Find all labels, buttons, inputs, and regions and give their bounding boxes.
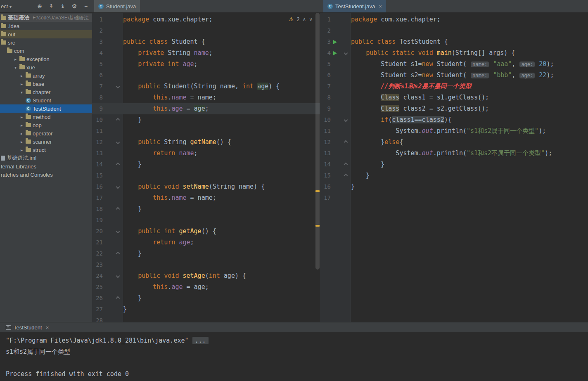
close-icon[interactable]: × <box>46 324 49 331</box>
code-text[interactable]: public void setAge(int age) { <box>123 270 320 282</box>
line-number[interactable]: 14 <box>320 159 331 170</box>
code-text[interactable]: public int getAge() { <box>123 226 320 237</box>
line-number[interactable]: 2 <box>92 25 103 36</box>
fold-up-icon[interactable] <box>116 207 120 211</box>
line-number[interactable]: 14 <box>92 159 103 170</box>
fold-col[interactable] <box>111 159 123 170</box>
line-number[interactable]: 21 <box>92 237 103 248</box>
fold-col[interactable] <box>111 137 123 148</box>
code-text[interactable]: private String name; <box>123 47 320 59</box>
code-line-20[interactable]: 20 public int getAge() { <box>92 226 320 237</box>
code-text[interactable] <box>123 70 320 81</box>
tree-item-idea[interactable]: .idea <box>0 22 92 30</box>
line-number[interactable]: 17 <box>320 192 331 204</box>
code-text[interactable]: } <box>123 159 320 170</box>
code-text[interactable] <box>123 259 320 270</box>
tree-item-iml[interactable]: 基础语法.iml <box>0 154 92 162</box>
fold-down-icon[interactable] <box>116 230 120 234</box>
line-number[interactable]: 10 <box>320 114 331 125</box>
code-text[interactable] <box>123 170 320 181</box>
line-number[interactable]: 11 <box>320 125 331 137</box>
editor-scrollbar[interactable] <box>315 13 320 322</box>
editor-student-java[interactable]: 1package com.xue.chapter;23public class … <box>92 13 320 322</box>
code-line-2[interactable]: 2 <box>320 25 588 36</box>
tree-item-exception[interactable]: ▸exception <box>0 55 92 63</box>
close-icon[interactable]: × <box>379 3 382 9</box>
tree-item-src[interactable]: src <box>0 38 92 47</box>
fold-col[interactable] <box>339 114 351 125</box>
code-line-10[interactable]: 10 } <box>92 114 320 125</box>
tree-item-chapter[interactable]: ▾chapter <box>0 88 92 96</box>
code-text[interactable]: } <box>123 304 320 315</box>
tab-student-java[interactable]: C Student.java <box>94 0 140 12</box>
code-text[interactable]: this.age = age; <box>123 282 320 293</box>
code-line-21[interactable]: 21 return age; <box>92 237 320 248</box>
hide-panel-icon[interactable]: − <box>82 3 90 9</box>
line-number[interactable]: 15 <box>92 170 103 181</box>
fold-col[interactable] <box>111 181 123 192</box>
line-number[interactable]: 22 <box>92 248 103 259</box>
collapse-arrow-icon[interactable]: ▾ <box>13 65 18 70</box>
tree-item-teststudent[interactable]: CTestStudent <box>0 104 92 113</box>
code-line-5[interactable]: 5 private int age; <box>92 59 320 70</box>
code-line-28[interactable]: 28 <box>92 315 320 322</box>
tree-item-ratches-and-consoles[interactable]: ratches and Consoles <box>0 170 92 179</box>
expand-arrow-icon[interactable]: ▸ <box>19 82 24 86</box>
code-line-3[interactable]: 3public class TestStudent { <box>320 36 588 47</box>
code-text[interactable] <box>123 315 320 322</box>
code-line-22[interactable]: 22 } <box>92 248 320 259</box>
tree-item-student[interactable]: CStudent <box>0 96 92 104</box>
code-text[interactable]: public static void main(String[] args) { <box>351 47 588 59</box>
line-number[interactable]: 5 <box>92 59 103 70</box>
fold-up-icon[interactable] <box>344 140 348 144</box>
line-number[interactable]: 3 <box>320 36 331 47</box>
code-line-17[interactable]: 17 this.name = name; <box>92 192 320 204</box>
code-line-9[interactable]: 9 Class class2 = s2.getClass(); <box>320 103 588 114</box>
expand-all-icon[interactable]: ↟ <box>47 3 55 9</box>
fold-down-icon[interactable] <box>116 85 120 89</box>
code-line-4[interactable]: 4 public static void main(String[] args)… <box>320 47 588 59</box>
line-number[interactable]: 23 <box>92 259 103 270</box>
run-button[interactable] <box>331 47 339 59</box>
code-line-2[interactable]: 2 <box>92 25 320 36</box>
line-number[interactable]: 20 <box>92 226 103 237</box>
tab-teststudent-java[interactable]: C TestStudent.java × <box>323 0 386 12</box>
fold-col[interactable] <box>111 248 123 259</box>
code-text[interactable]: public String getName() { <box>123 137 320 148</box>
fold-col[interactable] <box>339 47 351 59</box>
code-text[interactable]: return age; <box>123 237 320 248</box>
line-number[interactable]: 18 <box>92 204 103 215</box>
code-line-8[interactable]: 8 this.name = name; <box>92 92 320 103</box>
code-text[interactable]: package com.xue.chapter; <box>351 14 588 25</box>
code-text[interactable]: //判断s1和s2是不是同一个类型 <box>351 81 588 92</box>
code-text[interactable]: Class class2 = s2.getClass(); <box>351 103 588 114</box>
code-line-10[interactable]: 10 if(class1==class2){ <box>320 114 588 125</box>
code-line-12[interactable]: 12 public String getName() { <box>92 137 320 148</box>
fold-up-icon[interactable] <box>116 163 120 167</box>
line-number[interactable]: 5 <box>320 59 331 70</box>
code-text[interactable]: } <box>351 181 588 192</box>
code-text[interactable] <box>123 215 320 226</box>
line-number[interactable]: 17 <box>92 192 103 204</box>
fold-col[interactable] <box>111 293 123 304</box>
code-text[interactable]: Student s1=new Student( name: "aaa", age… <box>351 59 588 70</box>
code-line-7[interactable]: 7 public Student(String name, int age) { <box>92 81 320 92</box>
collapse-all-icon[interactable]: ↡ <box>59 3 66 9</box>
line-number[interactable]: 8 <box>320 92 331 103</box>
editor-teststudent-java[interactable]: 1package com.xue.chapter;23public class … <box>320 13 588 322</box>
line-number[interactable]: 12 <box>320 137 331 148</box>
expand-arrow-icon[interactable]: ▸ <box>19 140 24 144</box>
line-number[interactable]: 24 <box>92 270 103 282</box>
code-line-12[interactable]: 12 }else{ <box>320 137 588 148</box>
prev-warning-icon[interactable]: ∧ <box>302 17 306 22</box>
fold-up-icon[interactable] <box>344 163 348 167</box>
code-line-7[interactable]: 7 //判断s1和s2是不是同一个类型 <box>320 81 588 92</box>
fold-down-icon[interactable] <box>116 185 120 189</box>
line-number[interactable]: 7 <box>320 81 331 92</box>
code-line-14[interactable]: 14 } <box>92 159 320 170</box>
fold-col[interactable] <box>339 137 351 148</box>
code-text[interactable]: if(class1==class2){ <box>351 114 588 125</box>
code-line-3[interactable]: 3public class Student { <box>92 36 320 47</box>
code-line-17[interactable]: 17 <box>320 192 588 204</box>
code-text[interactable]: this.name = name; <box>123 192 320 204</box>
